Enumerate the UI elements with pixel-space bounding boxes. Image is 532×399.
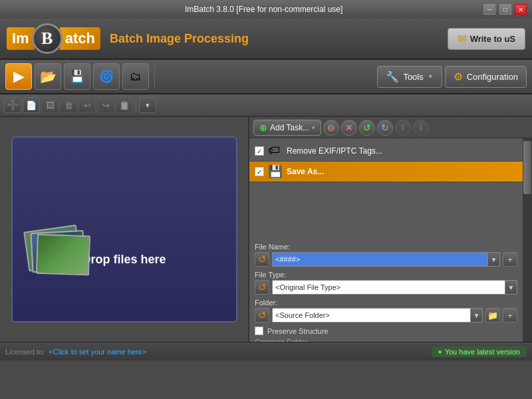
task-list: ✓ 🏷 Remove EXIF/IPTC Tags... ✓ 💾 Save As… [249, 138, 523, 239]
logo-im: Im [7, 27, 35, 50]
add-task-plus-icon: ⊕ [259, 122, 267, 133]
drop-files-label: Drop files here [82, 253, 166, 267]
preserve-structure-checkbox[interactable] [255, 327, 263, 335]
folder-label: Folder: [255, 299, 517, 307]
save-icon: 💾 [70, 69, 84, 84]
task-saveas-label: Save As... [287, 167, 324, 176]
toolbar-play-button[interactable]: ▶ [5, 63, 32, 90]
tools-label: Tools [403, 72, 423, 82]
task-panel: ✓ 🏷 Remove EXIF/IPTC Tags... ✓ 💾 Save As… [249, 138, 523, 342]
add-task-chevron: ▾ [312, 124, 315, 131]
folder-icon: 📂 [40, 68, 57, 84]
maximize-button[interactable]: □ [499, 4, 511, 15]
task-toolbar: ⊕ Add Task... ▾ ⊖ ✕ ↺ ↻ ⬆ ⬇ [249, 117, 532, 138]
left-panel: Drop files here [0, 117, 249, 342]
image-card-3 [35, 234, 90, 276]
sub-add-green-button[interactable]: ➕ [4, 97, 21, 113]
tools-dropdown-button[interactable]: 🔧 Tools ▼ [377, 66, 442, 88]
file-type-refresh-button[interactable]: ↺ [255, 280, 269, 295]
app-header: Im B atch Batch Image Processing ✉ Write… [0, 19, 532, 60]
spiral-icon: 🌀 [99, 69, 114, 84]
write-us-label: Write to uS [470, 34, 515, 44]
file-type-input[interactable] [273, 281, 505, 294]
common-folder-label: Common Folder [255, 338, 517, 342]
minimize-button[interactable]: ─ [483, 4, 495, 15]
envelope-icon: ✉ [458, 33, 466, 45]
task-exif-checkbox[interactable]: ✓ [255, 146, 264, 156]
sub-delete-button[interactable]: 🗑 [60, 97, 77, 113]
file-name-input-wrap: ▼ [272, 252, 500, 267]
drop-zone[interactable]: Drop files here [11, 136, 237, 323]
right-content: ✓ 🏷 Remove EXIF/IPTC Tags... ✓ 💾 Save As… [249, 138, 532, 342]
file-name-extra-button[interactable]: + [503, 252, 517, 267]
right-panel: ⊕ Add Task... ▾ ⊖ ✕ ↺ ↻ ⬆ ⬇ ✓ 🏷 Remove E [249, 117, 532, 342]
toolbar-spiral-button[interactable]: 🌀 [93, 63, 120, 90]
file-type-group: File Type: ↺ ▼ [255, 271, 517, 295]
folder-input-wrap: ▼ [272, 308, 483, 323]
main-toolbar: ▶ 📂 💾 🌀 🗂 🔧 Tools ▼ ⚙ Configuration [0, 60, 532, 94]
preserve-structure-label: Preserve Structure [267, 327, 329, 335]
version-status: ● You have latest version [432, 346, 527, 357]
status-left: Licensed to: <Click to set your name her… [5, 348, 426, 356]
task-item-exif: ✓ 🏷 Remove EXIF/IPTC Tags... [249, 141, 523, 162]
sub-add-button[interactable]: 📄 [23, 97, 40, 113]
folder-browse-button[interactable]: 📁 [485, 308, 500, 323]
file-name-input[interactable] [273, 253, 487, 266]
task-remove-button[interactable]: ⊖ [323, 120, 339, 136]
file-name-refresh-button[interactable]: ↺ [255, 252, 269, 267]
wrench-icon: 🔧 [386, 70, 399, 83]
task-saveas-checkbox[interactable]: ✓ [255, 167, 264, 176]
licensed-to-label: Licensed to: [5, 348, 45, 356]
logo-b: B [41, 29, 53, 49]
toolbar-save-button[interactable]: 💾 [64, 63, 90, 90]
folder-refresh-button[interactable]: ↺ [255, 308, 269, 323]
add-task-label: Add Task... [270, 123, 309, 132]
task-refresh-button[interactable]: ↺ [359, 120, 375, 136]
scroll-thumb[interactable] [523, 141, 531, 194]
folder-row: ↺ ▼ 📁 + [255, 308, 517, 323]
licensed-to-value[interactable]: <Click to set your name here> [49, 348, 146, 356]
configuration-button[interactable]: ⚙ Configuration [445, 66, 527, 88]
add-task-button[interactable]: ⊕ Add Task... ▾ [253, 120, 321, 136]
task-up-button[interactable]: ⬆ [395, 120, 411, 136]
main-content: Drop files here ⊕ Add Task... ▾ ⊖ ✕ ↺ ↻ … [0, 117, 532, 342]
folder-dropdown-button[interactable]: ▼ [470, 308, 482, 323]
task-exif-icon: 🏷 [268, 144, 283, 158]
task-redo-button[interactable]: ↻ [377, 120, 393, 136]
sub-image-button[interactable]: 🖼 [41, 97, 59, 113]
config-label: Configuration [467, 72, 518, 82]
logo-b-circle: B [32, 23, 63, 54]
sub-redo-button[interactable]: ↪ [97, 97, 114, 113]
file-name-dropdown-button[interactable]: ▼ [487, 252, 499, 267]
preserve-structure-row: Preserve Structure [255, 327, 517, 335]
toolbar-open-button[interactable]: 📂 [35, 63, 61, 90]
window-title: ImBatch 3.8.0 [Free for non-commercial u… [185, 5, 342, 14]
sub-undo-button[interactable]: ↩ [78, 97, 96, 113]
sub-dropdown-button[interactable]: ▾ [139, 97, 156, 113]
right-scrollbar[interactable] [523, 138, 532, 342]
logo-atch: atch [60, 27, 100, 50]
toolbar-clip-button[interactable]: 🗂 [122, 63, 149, 90]
folder-extra-button[interactable]: + [503, 308, 517, 323]
task-exif-label: Remove EXIF/IPTC Tags... [287, 146, 382, 156]
status-dot-icon: ● [438, 348, 442, 355]
sub-clipboard-button[interactable]: 📋 [116, 97, 133, 113]
app-logo: Im B atch [7, 23, 100, 54]
task-clear-button[interactable]: ✕ [341, 120, 357, 136]
file-type-label: File Type: [255, 271, 517, 279]
sub-separator [136, 98, 136, 112]
title-bar: ImBatch 3.8.0 [Free for non-commercial u… [0, 0, 532, 19]
tools-chevron-icon: ▼ [428, 73, 434, 80]
task-down-button[interactable]: ⬇ [413, 120, 429, 136]
task-details-panel: File Name: ↺ ▼ + File Type: [249, 239, 523, 342]
play-icon: ▶ [13, 68, 25, 85]
folder-input[interactable] [273, 309, 470, 322]
status-bar: Licensed to: <Click to set your name her… [0, 342, 532, 360]
file-type-dropdown-button[interactable]: ▼ [505, 280, 517, 295]
task-saveas-icon: 💾 [268, 164, 283, 179]
sub-toolbar: ➕ 📄 🖼 🗑 ↩ ↪ 📋 ▾ [0, 94, 532, 117]
write-us-button[interactable]: ✉ Write to uS [448, 28, 525, 50]
close-button[interactable]: ✕ [515, 4, 527, 15]
task-item-saveas: ✓ 💾 Save As... [249, 162, 523, 182]
file-name-row: ↺ ▼ + [255, 252, 517, 267]
